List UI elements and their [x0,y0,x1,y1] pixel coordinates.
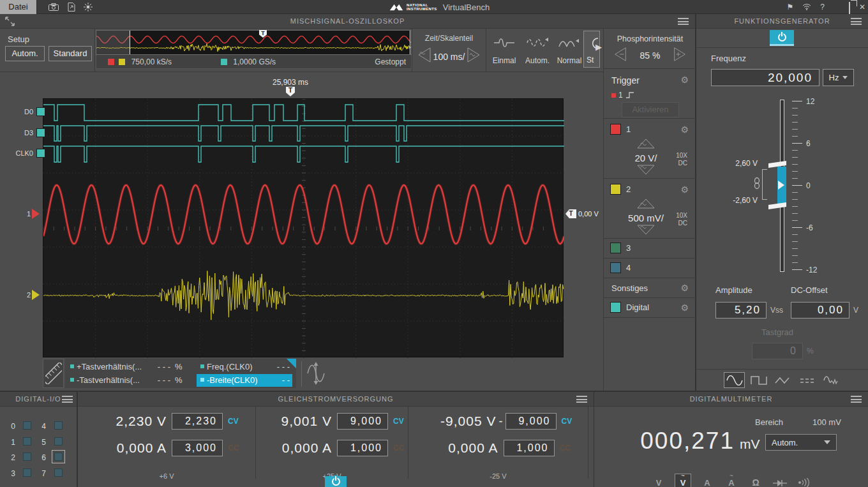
range-mode-dropdown[interactable]: Autom. [765,434,837,451]
dio-line-5-checkbox[interactable] [54,437,63,446]
duty-cycle-input[interactable]: 0 [752,343,803,359]
voltage-setpoint-input[interactable]: 9,000 [505,413,557,430]
timebase-increase-button[interactable] [465,47,482,66]
dc-volts-button[interactable]: V [650,474,667,487]
dc-offset-input[interactable]: 0,00 [791,302,849,318]
phosphor-increase-button[interactable] [672,47,687,64]
fgen-power-button[interactable] [770,30,794,46]
digital-settings-gear-icon[interactable]: ⚙ [680,303,689,312]
dio-line-6-checkbox[interactable] [54,453,63,461]
power-menu-icon[interactable] [576,396,587,403]
frequency-unit-dropdown[interactable]: Hz [823,69,854,86]
channel-2-section[interactable]: 2 ⚙ 500 mV/ 10X DC [604,179,696,239]
digital-line-d3[interactable]: D3 [15,128,45,137]
dmm-menu-icon[interactable] [851,396,862,403]
ch2-position-marker[interactable]: 2 [27,290,40,300]
chevron-right-icon[interactable]: ▶ [595,42,602,52]
current-limit-input[interactable]: 1,000 [337,440,388,456]
measurement-label-selected[interactable]: -Breite(CLK0) [207,375,257,385]
dio-line-7-checkbox[interactable] [54,468,63,477]
dio-line-7-label: 7 [38,469,46,478]
frequency-input[interactable]: 20,000 [711,69,819,86]
waveform-arbitrary-button[interactable] [821,372,842,388]
ac-amps-button[interactable]: ~ A [723,474,740,487]
acq-normal-button[interactable]: Normal [553,31,585,68]
misc-section[interactable]: Sonstiges ⚙ [604,278,696,298]
link-icon[interactable] [752,177,761,192]
ch1-scale-down-button[interactable] [636,164,655,176]
waveform-dc-button[interactable] [797,372,818,388]
preview-window-end[interactable] [410,31,410,54]
trigger-activate-button[interactable]: Aktivieren [622,102,679,117]
restore-button[interactable] [849,3,850,14]
misc-settings-gear-icon[interactable]: ⚙ [680,283,689,292]
dio-menu-icon[interactable] [62,396,73,403]
waveform-triangle-button[interactable] [772,372,793,388]
ch4-enable-swatch[interactable] [610,262,621,273]
acq-single-button[interactable]: Einmal [488,31,520,68]
current-limit-input[interactable]: 3,000 [172,440,223,456]
ch3-enable-swatch[interactable] [610,243,621,253]
dio-line-1-checkbox[interactable] [23,437,31,446]
cc-badge: CC [560,444,574,453]
acq-auto-button[interactable]: Autom. [521,31,553,68]
brightness-icon[interactable] [81,1,95,13]
dio-line-0-checkbox[interactable] [23,421,31,430]
voltage-setpoint-input[interactable]: 2,230 [172,413,223,430]
power-supply-power-button[interactable] [325,476,347,487]
ch2-enable-swatch[interactable] [610,184,621,195]
channel-4-section[interactable]: 4 [604,258,696,278]
close-button[interactable]: ✕ [859,3,865,11]
channel-1-section[interactable]: 1 ⚙ 20 V/ 10X DC [604,119,696,179]
channel-3-section[interactable]: 3 [604,239,696,258]
current-limit-input[interactable]: 1,000 [504,440,555,456]
help-icon[interactable]: ? [820,3,825,11]
setup-auto-button[interactable]: Autom. [5,46,45,61]
trigger-position-marker[interactable]: T [286,87,295,96]
waveform-square-button[interactable] [748,372,769,388]
wifi-icon[interactable] [802,1,811,13]
ac-volts-button[interactable]: ~ V [675,474,691,487]
preview-window-start[interactable] [130,31,130,54]
digital-section[interactable]: Digital ⚙ [604,298,696,318]
flag-icon[interactable]: ⚑ [786,3,793,11]
setup-standard-button[interactable]: Standard [49,46,92,61]
trigger-settings-gear-icon[interactable]: ⚙ [680,75,689,84]
dc-amps-button[interactable]: A [699,474,715,487]
scope-graph[interactable] [43,98,564,357]
analysis-button[interactable] [305,359,327,388]
resistance-button[interactable]: Ω [747,474,764,487]
trigger-section: Trigger ⚙ 1 Aktivieren [604,69,696,119]
export-report-icon[interactable] [64,1,79,13]
digital-line-clk0[interactable]: CLK0 [15,149,45,158]
ch1-enable-swatch[interactable] [610,124,621,135]
ch1-settings-gear-icon[interactable]: ⚙ [680,125,689,134]
oscilloscope-menu-icon[interactable] [678,18,689,25]
amplitude-input[interactable]: 5,20 [715,302,767,318]
waveform-sine-button[interactable] [724,372,745,388]
cv-badge: CV [228,417,242,426]
dio-line-3-checkbox[interactable] [23,468,31,477]
measurement-label[interactable]: Freq.(CLK0) [207,362,253,371]
ch1-scale-up-button[interactable] [636,138,655,149]
diode-button[interactable] [772,474,788,487]
ch1-position-marker[interactable]: 1 [27,209,40,219]
fgen-menu-icon[interactable] [851,18,862,25]
slider-offset-pointer[interactable] [778,181,784,190]
continuity-button[interactable] [796,474,812,487]
measurements-button[interactable] [43,359,64,388]
dio-line-2-checkbox[interactable] [23,453,31,461]
dio-line-4-checkbox[interactable] [54,421,63,430]
measurement-label[interactable]: -Tastverhältnis(... [77,375,140,385]
dio-line-4-label: 4 [38,422,46,431]
trigger-level-marker[interactable]: T 0,00 V [565,209,599,218]
ch2-scale-up-button[interactable] [636,198,655,209]
file-menu[interactable]: Datei [0,0,37,14]
digital-line-d0[interactable]: D0 [15,107,45,116]
preview-strip[interactable]: T [96,30,412,55]
screenshot-camera-icon[interactable] [47,1,61,13]
ch2-scale-down-button[interactable] [636,224,655,236]
digital-enable-swatch[interactable] [610,302,621,313]
voltage-setpoint-input[interactable]: 9,000 [337,413,388,430]
ch2-settings-gear-icon[interactable]: ⚙ [680,185,689,194]
